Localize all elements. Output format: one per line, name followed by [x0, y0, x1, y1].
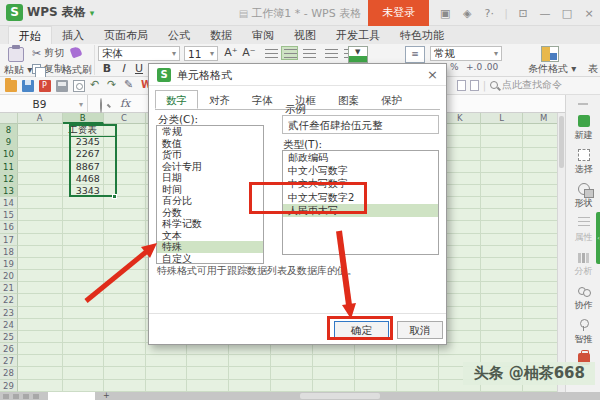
panel-item-新建[interactable]: 新建	[566, 115, 600, 142]
cell-C24[interactable]	[104, 319, 146, 331]
cell-B15[interactable]	[63, 209, 104, 221]
cell-A16[interactable]	[18, 221, 63, 233]
row-header-15[interactable]: 15	[0, 209, 18, 221]
format-painter-button[interactable]: 格式刷	[62, 63, 92, 77]
search-icon[interactable]	[100, 99, 102, 112]
app-menu[interactable]: S WPS 表格 ▾	[6, 4, 94, 21]
undo-icon[interactable]	[90, 80, 102, 92]
cell-C26[interactable]	[104, 343, 146, 355]
format-painter-icon[interactable]	[71, 47, 81, 57]
pen-icon[interactable]	[124, 80, 136, 92]
cell-C12[interactable]	[104, 173, 146, 185]
cell-I28[interactable]	[355, 367, 397, 379]
column-header-L[interactable]: L	[481, 113, 523, 124]
share-icon[interactable]: ⊡	[516, 7, 530, 20]
cell-L18[interactable]	[481, 246, 523, 258]
close-icon[interactable]: ×	[582, 7, 596, 20]
panel-item-协作[interactable]: 协作	[566, 285, 600, 312]
cell-C16[interactable]	[104, 221, 146, 233]
copy-button[interactable]: 复制	[32, 62, 64, 76]
open-icon[interactable]	[5, 80, 17, 92]
dialog-tab-对齐[interactable]: 对齐	[198, 90, 241, 109]
cell-L11[interactable]	[481, 161, 523, 173]
column-header-C[interactable]: C	[104, 113, 146, 124]
cell-B26[interactable]	[63, 343, 104, 355]
panel-item-属性[interactable]: 属性	[566, 217, 600, 244]
row-header-19[interactable]: 19	[0, 258, 18, 270]
shrink-font-button[interactable]: A⁻	[240, 46, 258, 59]
category-item[interactable]: 常规	[157, 126, 263, 138]
category-item[interactable]: 特殊	[157, 241, 263, 253]
cell-A23[interactable]	[18, 307, 63, 319]
cell-L16[interactable]	[481, 221, 523, 233]
font-size-select[interactable]: 11▾	[184, 46, 218, 61]
cell-B9[interactable]: 2345	[63, 136, 104, 148]
row-header-21[interactable]: 21	[0, 282, 18, 294]
cell-B8[interactable]: 工资表	[63, 124, 104, 136]
pdf-icon[interactable]	[39, 80, 51, 92]
type-item[interactable]: 中文大写数字2	[283, 191, 438, 204]
cell-A15[interactable]	[18, 209, 63, 221]
cell-C28[interactable]	[104, 367, 146, 379]
cell-L10[interactable]	[481, 148, 523, 160]
row-header-14[interactable]: 14	[0, 197, 18, 209]
cell-J29[interactable]	[397, 380, 439, 392]
type-list[interactable]: 邮政编码中文小写数字中文大写数字中文大写数字2人民币大写	[282, 150, 439, 255]
cell-A20[interactable]	[18, 270, 63, 282]
row-header-26[interactable]: 26	[0, 343, 18, 355]
cell-I27[interactable]	[355, 355, 397, 367]
ribbon-tab-特色功能[interactable]: 特色功能	[390, 26, 454, 44]
cell-C13[interactable]	[104, 185, 146, 197]
cell-K29[interactable]	[439, 380, 481, 392]
cell-C15[interactable]	[104, 209, 146, 221]
category-item[interactable]: 日期	[157, 172, 263, 184]
merge-center-icon[interactable]: ≡	[405, 46, 425, 63]
cell-B17[interactable]	[63, 234, 104, 246]
cell-G29[interactable]	[271, 380, 313, 392]
cell-D29[interactable]	[146, 380, 188, 392]
panel-item-分析[interactable]: 分析	[566, 251, 600, 278]
row-header-8[interactable]: 8	[0, 124, 18, 136]
cell-B11[interactable]: 8867	[63, 161, 104, 173]
category-item[interactable]: 时间	[157, 184, 263, 196]
conditional-format-icon[interactable]	[541, 46, 559, 62]
sheet-tab[interactable]	[48, 392, 95, 400]
horizontal-scrollbar[interactable]	[300, 393, 380, 399]
category-item[interactable]: 自定义	[157, 253, 263, 265]
cell-B16[interactable]	[63, 221, 104, 233]
redo-icon[interactable]	[107, 80, 119, 92]
cell-A21[interactable]	[18, 282, 63, 294]
cell-A24[interactable]	[18, 319, 63, 331]
cell-B12[interactable]: 4468	[63, 173, 104, 185]
skin-icon[interactable]: ◈	[460, 7, 474, 20]
cell-B19[interactable]	[63, 258, 104, 270]
ribbon-tab-审阅[interactable]: 审阅	[242, 26, 284, 44]
underline-button[interactable]: U	[132, 62, 146, 75]
paste-button[interactable]: 粘贴 ▾	[4, 63, 32, 77]
cell-A11[interactable]	[18, 161, 63, 173]
cell-C14[interactable]	[104, 197, 146, 209]
ribbon-tab-视图[interactable]: 视图	[284, 26, 326, 44]
ok-button[interactable]: 确定	[334, 321, 389, 339]
panel-item-形状[interactable]: 形状	[566, 183, 600, 210]
cell-H27[interactable]	[313, 355, 355, 367]
cell-A14[interactable]	[18, 197, 63, 209]
dialog-tab-数字[interactable]: 数字	[155, 90, 198, 109]
cell-F28[interactable]	[229, 367, 271, 379]
cell-B10[interactable]: 2267	[63, 148, 104, 160]
dialog-tab-图案[interactable]: 图案	[327, 90, 370, 109]
cell-B27[interactable]	[63, 355, 104, 367]
minimize-icon[interactable]: —	[538, 7, 552, 20]
cell-L14[interactable]	[481, 197, 523, 209]
message-icon[interactable]: ▣	[438, 7, 452, 20]
collapse-handle-icon[interactable]	[578, 103, 588, 105]
row-header-18[interactable]: 18	[0, 246, 18, 258]
cell-L13[interactable]	[481, 185, 523, 197]
cell-E28[interactable]	[187, 367, 229, 379]
row-header-20[interactable]: 20	[0, 270, 18, 282]
cell-C25[interactable]	[104, 331, 146, 343]
cut-button[interactable]: ✂剪切	[32, 46, 64, 60]
print-icon[interactable]	[56, 80, 68, 92]
category-item[interactable]: 分数	[157, 207, 263, 219]
decrease-decimal-button[interactable]: .00	[484, 62, 498, 72]
